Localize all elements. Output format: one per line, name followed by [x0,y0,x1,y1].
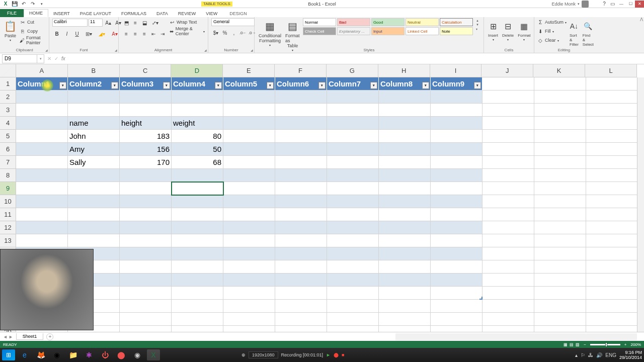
tray-action-icon[interactable]: ⚐ [581,352,585,358]
cell-E3[interactable] [223,104,275,117]
align-middle-button[interactable]: ≡ [131,18,140,27]
cell-E1[interactable]: Column5▾ [223,77,275,90]
cell-H2[interactable] [379,90,431,104]
col-header-K[interactable]: K [533,64,585,77]
cell-L8[interactable] [586,169,638,182]
tab-home[interactable]: HOME [24,9,48,17]
cell-B1[interactable]: Column2▾ [68,77,120,90]
tray-lang[interactable]: ENG [605,352,616,358]
cell-B4[interactable]: name [68,117,120,130]
cell-F19[interactable] [275,313,327,326]
zoom-in-button[interactable]: + [624,342,627,347]
cell-J14[interactable] [482,247,534,260]
styles-scroll-up[interactable]: ▲ [476,19,479,22]
cell-G10[interactable] [327,195,379,208]
view-normal-icon[interactable]: ▦ [564,342,568,347]
tray-up-icon[interactable]: ▴ [575,352,578,358]
cell-J5[interactable] [482,130,534,143]
cell-F9[interactable] [275,182,327,195]
align-right-button[interactable]: ≡ [140,29,149,38]
cell-H11[interactable] [379,208,431,221]
fill-color-button[interactable]: ◢▾ [96,29,108,38]
cell-H19[interactable] [379,313,431,326]
cell-F1[interactable]: Column6▾ [275,77,327,90]
cell-D2[interactable] [172,90,223,104]
cell-B13[interactable] [68,234,120,247]
cell-C4[interactable]: height [120,117,172,130]
comma-button[interactable]: , [229,28,238,37]
sort-filter-button[interactable]: A↓Sort &Filter [569,18,580,48]
cell-D7[interactable]: 68 [172,156,223,169]
cell-G18[interactable] [327,300,379,313]
cell-G16[interactable] [327,274,379,287]
tab-review[interactable]: REVIEW [173,10,201,17]
row-header-10[interactable]: 10 [0,195,16,208]
cell-F8[interactable] [275,169,327,182]
filter-arrow-Column8[interactable]: ▾ [422,82,429,89]
cell-H18[interactable] [379,300,431,313]
cell-E8[interactable] [223,169,275,182]
cell-D15[interactable] [172,260,223,274]
col-header-F[interactable]: F [275,64,327,77]
table-resize-handle[interactable] [479,297,482,300]
cell-I11[interactable] [431,208,482,221]
cell-I7[interactable] [431,156,482,169]
cell-I15[interactable] [431,260,482,274]
cell-C16[interactable] [120,274,172,287]
col-header-H[interactable]: H [378,64,430,77]
cell-E7[interactable] [223,156,275,169]
cell-L3[interactable] [586,104,638,117]
cell-I13[interactable] [431,234,482,247]
cell-B9[interactable] [68,182,120,195]
cell-L12[interactable] [586,221,638,234]
cell-E2[interactable] [223,90,275,104]
style-note[interactable]: Note [440,27,473,35]
tab-view[interactable]: VIEW [201,10,222,17]
zoom-level[interactable]: 200% [631,342,641,347]
cell-L7[interactable] [586,156,638,169]
start-button[interactable]: ⊞ [2,349,15,360]
clipboard-dialog-launcher[interactable]: ◢ [45,48,48,52]
redo-icon[interactable]: ↷ [29,1,36,8]
cell-G19[interactable] [327,313,379,326]
col-header-A[interactable]: A [16,64,68,77]
row-header-11[interactable]: 11 [0,208,16,221]
tray-volume-icon[interactable]: 🔊 [596,352,602,358]
col-header-C[interactable]: C [120,64,172,77]
cell-I4[interactable] [431,117,482,130]
select-all-corner[interactable] [0,64,16,77]
cell-C17[interactable] [120,287,172,300]
vertical-scrollbar[interactable] [637,77,644,333]
cell-K1[interactable] [534,77,586,90]
style-linked-cell[interactable]: Linked Cell [406,27,439,35]
cell-D12[interactable] [172,221,223,234]
cell-K7[interactable] [534,156,586,169]
cell-C8[interactable] [120,169,172,182]
col-header-G[interactable]: G [327,64,378,77]
alignment-dialog-launcher[interactable]: ◢ [204,48,207,52]
view-page-layout-icon[interactable]: ▤ [570,342,574,347]
col-header-B[interactable]: B [68,64,120,77]
cell-L1[interactable] [586,77,638,90]
cell-J2[interactable] [482,90,534,104]
delete-cells-button[interactable]: ⊟Delete▾ [501,18,515,42]
cell-B5[interactable]: John [68,130,120,143]
taskbar-camera-icon[interactable]: ◉ [131,349,144,360]
filter-arrow-Column4[interactable]: ▾ [215,82,222,89]
cell-J7[interactable] [482,156,534,169]
cell-A1[interactable]: Column1▾ [16,77,68,90]
styles-expand[interactable]: ▾ [476,27,479,31]
col-header-L[interactable]: L [585,64,637,77]
orientation-button[interactable]: ⤢▾ [149,18,161,27]
taskbar-chrome-icon[interactable]: ◉ [50,349,63,360]
cell-A5[interactable] [16,130,68,143]
cell-K14[interactable] [534,247,586,260]
align-center-button[interactable]: ≡ [131,29,140,38]
cell-I9[interactable] [431,182,482,195]
cell-A7[interactable] [16,156,68,169]
cell-H3[interactable] [379,104,431,117]
cell-B11[interactable] [68,208,120,221]
qat-customize-icon[interactable]: ▾ [38,1,45,8]
cell-I14[interactable] [431,247,482,260]
increase-indent-button[interactable]: ⇥ [158,29,167,38]
